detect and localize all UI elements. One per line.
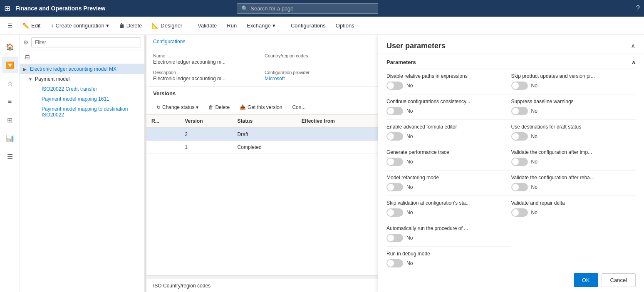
toggle-use-destinations[interactable] xyxy=(511,132,528,141)
param-value: No xyxy=(531,184,537,190)
sidebar-menu-icon[interactable]: ☰ xyxy=(2,148,18,165)
param-value: No xyxy=(406,159,413,165)
toggle-validate-repair[interactable] xyxy=(511,208,528,217)
name-value: Electronic ledger accounting m... xyxy=(153,59,260,65)
config-provider-label: Configuration provider xyxy=(265,70,371,75)
cell-effective xyxy=(297,141,378,154)
config-provider-value[interactable]: Microsoft xyxy=(265,76,371,82)
name-field: Name Electronic ledger accounting m... xyxy=(153,53,260,65)
tree-item-iso20022[interactable]: ISO20022 Credit transfer xyxy=(20,84,144,94)
options-label: Options xyxy=(336,22,354,29)
tree-item-electronic-ledger[interactable]: ▶ Electronic ledger accounting model MX xyxy=(20,64,144,74)
horizontal-scrollbar[interactable] xyxy=(146,275,378,279)
param-control: No xyxy=(511,208,636,217)
ok-button[interactable]: OK xyxy=(574,273,598,287)
cell-status: Draft xyxy=(233,128,297,141)
tree-item-payment-model[interactable]: ▼ Payment model xyxy=(20,74,144,84)
delete-label: Delete xyxy=(126,22,142,29)
validate-button[interactable]: Validate xyxy=(193,20,221,31)
toggle-generate-trace[interactable] xyxy=(386,158,403,166)
panel-close-icon[interactable]: ∧ xyxy=(631,42,636,50)
designer-label: Designer xyxy=(161,22,182,29)
sidebar-chart-icon[interactable]: 📊 xyxy=(2,130,18,146)
toggle-debug-mode[interactable] xyxy=(386,259,403,267)
options-button[interactable]: Options xyxy=(332,20,359,31)
exchange-button[interactable]: Exchange ▾ xyxy=(243,20,280,31)
collapse-icon[interactable]: ∧ xyxy=(632,59,636,65)
separator-1 xyxy=(190,21,190,31)
toggle-enable-formula[interactable] xyxy=(386,132,403,141)
get-icon: 📥 xyxy=(240,104,246,110)
param-label: Automatically run the procedure of ... xyxy=(386,225,511,231)
sidebar-star-icon[interactable]: ☆ xyxy=(2,75,18,92)
main-layout: 🏠 🔽 ☆ ≡ ⊞ 📊 ☰ ⚙ ⊟ ▶ Electronic ledger ac… xyxy=(0,35,644,292)
toggle-continue-consistency[interactable] xyxy=(386,107,403,115)
search-box[interactable]: 🔍 xyxy=(237,3,378,14)
search-input[interactable] xyxy=(250,5,374,12)
versions-toolbar: ↻ Change status ▾ 🗑 Delete 📥 Get this ve… xyxy=(146,100,378,115)
param-debug-mode: Run in debug mode No xyxy=(386,247,511,268)
toggle-auto-run[interactable] xyxy=(386,234,403,242)
param-control: No xyxy=(386,158,511,166)
dropdown-icon: ▾ xyxy=(106,22,109,29)
grid-icon[interactable]: ⊞ xyxy=(4,4,10,13)
versions-delete-label: Delete xyxy=(215,104,230,110)
run-button[interactable]: Run xyxy=(223,20,241,31)
toggle-validate-reba[interactable] xyxy=(511,183,528,191)
toggle-validate-imp[interactable] xyxy=(511,158,528,166)
toggle-suppress-baseline[interactable] xyxy=(511,107,528,115)
toggle-disable-relative[interactable] xyxy=(386,82,403,90)
cell-version: 2 xyxy=(180,128,232,141)
designer-button[interactable]: 📐 Designer xyxy=(148,20,186,32)
configurations-button[interactable]: Configurations xyxy=(287,20,330,31)
param-label: Skip validation at configuration's sta..… xyxy=(386,200,511,206)
param-value: No xyxy=(406,83,413,89)
designer-icon: 📐 xyxy=(152,22,159,29)
create-config-button[interactable]: + Create configuration ▾ xyxy=(46,20,113,32)
validate-label: Validate xyxy=(198,22,217,29)
tree-filter-bar: ⚙ xyxy=(20,35,144,50)
cancel-button[interactable]: Cancel xyxy=(602,273,636,287)
tree-expand-icon[interactable]: ⊟ xyxy=(23,52,32,62)
toggle-model-refactoring[interactable] xyxy=(386,183,403,191)
con-button[interactable]: Con... xyxy=(289,103,309,112)
sidebar-list-icon[interactable]: ≡ xyxy=(2,93,18,110)
change-status-dropdown: ▾ xyxy=(196,104,198,110)
get-version-button[interactable]: 📥 Get this version xyxy=(236,103,285,112)
tree-item-label: Electronic ledger accounting model MX xyxy=(30,66,141,72)
sidebar-home-icon[interactable]: 🏠 xyxy=(2,38,18,55)
create-icon: + xyxy=(50,22,54,29)
user-params-panel: User parameters ∧ Parameters ∧ Disable r… xyxy=(378,35,644,292)
get-version-label: Get this version xyxy=(248,104,282,110)
detail-section: Name Electronic ledger accounting m... C… xyxy=(146,48,378,87)
delete-button[interactable]: 🗑 Delete xyxy=(115,20,146,32)
panel-body: Parameters ∧ Disable relative paths in e… xyxy=(378,54,644,268)
breadcrumb-bar: Configurations xyxy=(146,35,378,48)
con-label: Con... xyxy=(292,104,305,110)
versions-delete-button[interactable]: 🗑 Delete xyxy=(205,103,233,112)
change-status-button[interactable]: ↻ Change status ▾ xyxy=(153,103,202,112)
filter-input[interactable] xyxy=(31,37,141,47)
panel-footer: OK Cancel xyxy=(378,268,644,292)
table-row[interactable]: 1 Completed xyxy=(146,141,378,154)
params-section-label: Parameters xyxy=(386,59,416,65)
content-panel: Configurations Name Electronic ledger ac… xyxy=(146,35,378,292)
cell-version: 1 xyxy=(180,141,232,154)
toggle-skip-product[interactable] xyxy=(511,82,528,90)
table-row[interactable]: 2 Draft xyxy=(146,128,378,141)
tree-item-label: Payment model xyxy=(35,76,141,82)
sidebar-grid-icon[interactable]: ⊞ xyxy=(2,111,18,128)
sidebar-filter-icon[interactable]: 🔽 xyxy=(2,57,18,73)
help-icon[interactable]: ? xyxy=(636,5,640,12)
param-value: No xyxy=(406,108,413,114)
run-label: Run xyxy=(227,22,237,29)
param-auto-run: Automatically run the procedure of ... N… xyxy=(386,221,511,247)
edit-button[interactable]: ✏️ Edit xyxy=(18,20,45,32)
toggle-skip-validation[interactable] xyxy=(386,208,403,217)
param-skip-product: Skip product updates and version pr... N… xyxy=(511,69,636,94)
hamburger-button[interactable]: ☰ xyxy=(3,20,17,31)
breadcrumb[interactable]: Configurations xyxy=(153,39,185,45)
tree-item-payment-mapping-dest[interactable]: Payment model mapping to destination ISO… xyxy=(20,104,144,120)
tree-item-payment-mapping-1611[interactable]: Payment model mapping 1611 xyxy=(20,94,144,104)
param-suppress-baseline: Suppress baseline warnings No xyxy=(511,94,636,120)
